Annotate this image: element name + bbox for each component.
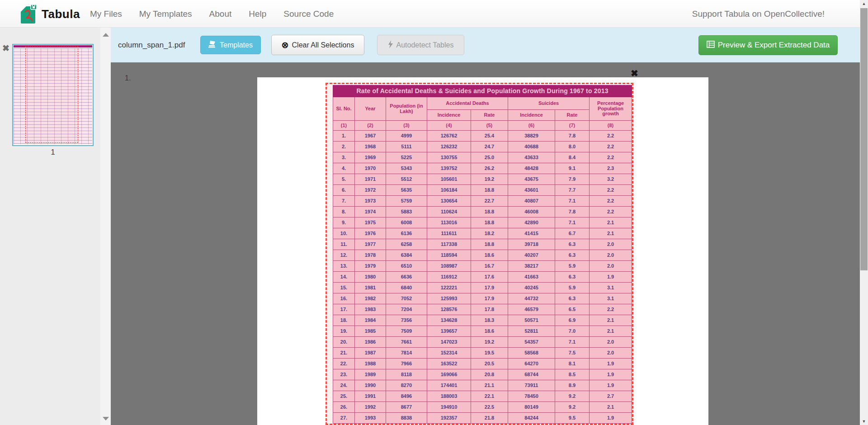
autodetect-button-label: Autodetect Tables (396, 41, 454, 49)
scroll-up-icon[interactable] (103, 33, 109, 37)
thumbnail-page-number: 1 (12, 148, 94, 157)
scrollbar-thumb[interactable] (860, 8, 868, 270)
nav-item-my-files[interactable]: My Files (81, 9, 131, 19)
brand[interactable]: Tabula (20, 4, 80, 24)
scrollbar-up-icon[interactable]: ▲ (860, 0, 868, 7)
scrollbar-down-icon[interactable]: ▼ (860, 418, 868, 425)
clear-all-selections-button[interactable]: ⊗ Clear All Selections (271, 35, 364, 55)
clear-button-label: Clear All Selections (292, 41, 354, 49)
browser-scrollbar[interactable]: ▲ ▼ (860, 0, 868, 425)
brand-title[interactable]: Tabula (42, 7, 80, 21)
support-link[interactable]: Support Tabula on OpenCollective! (692, 0, 825, 28)
navbar: Tabula My Files My Templates About Help … (0, 0, 868, 28)
scroll-down-icon[interactable] (103, 417, 109, 420)
nav-item-source-code[interactable]: Source Code (275, 9, 342, 19)
remove-page-icon[interactable]: ✖ (2, 44, 9, 52)
table-list-icon (707, 41, 715, 50)
pdf-viewer-area: 1. Rate of Accidental Deaths & Suicides … (111, 62, 860, 425)
page-thumbnail[interactable] (12, 44, 94, 146)
export-button-label: Preview & Export Extracted Data (718, 41, 830, 50)
preview-export-button[interactable]: Preview & Export Extracted Data (698, 35, 838, 55)
templates-button-label: Templates (220, 41, 253, 49)
circle-x-icon: ⊗ (282, 41, 289, 49)
templates-button[interactable]: Templates (200, 36, 261, 54)
table-selection-box[interactable] (326, 83, 633, 425)
stamp-icon (208, 40, 217, 50)
document-toolbar: column_span_1.pdf Templates ⊗ Clear All … (111, 28, 860, 62)
lightning-icon (388, 40, 393, 50)
autodetect-tables-button[interactable]: Autodetect Tables (377, 35, 464, 55)
nav-item-help[interactable]: Help (240, 9, 275, 19)
page-thumbnail-sidebar: ✖ 1 (0, 28, 100, 425)
sidebar-scrollbar[interactable] (100, 28, 111, 425)
document-filename: column_span_1.pdf (118, 28, 185, 62)
thumbnail-selection-overlay (25, 46, 78, 143)
nav-item-about[interactable]: About (201, 9, 241, 19)
page-marker: 1. (125, 74, 131, 82)
tabula-logo-icon (20, 4, 38, 24)
selection-close-icon[interactable]: ✖ (631, 69, 638, 78)
nav-links: My Files My Templates About Help Source … (81, 0, 342, 28)
nav-item-my-templates[interactable]: My Templates (131, 9, 201, 19)
